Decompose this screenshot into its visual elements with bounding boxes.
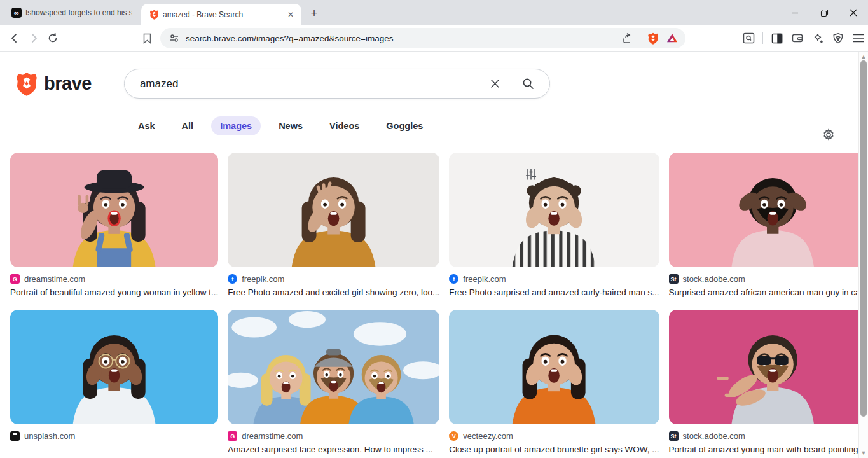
tab-strip: ∞ Ishowspeed forgets to end his stream a… (0, 0, 868, 25)
minimize-button[interactable] (780, 0, 809, 25)
result-title[interactable]: Portrait of beautiful amazed young woman… (10, 288, 218, 298)
result-photo[interactable] (449, 153, 659, 267)
site-name: stock.adobe.com (683, 431, 745, 441)
result-photo[interactable] (10, 310, 218, 424)
filters-icon[interactable] (525, 169, 537, 180)
search-sidebar-icon[interactable] (739, 29, 758, 48)
scrollbar-thumb[interactable] (860, 60, 867, 417)
reload-icon[interactable] (43, 29, 62, 48)
settings-gear-icon[interactable] (822, 128, 835, 141)
result-source[interactable]: f freepik.com (228, 274, 439, 284)
result-title[interactable]: Free Photo surprised and amazed curly-ha… (449, 288, 659, 298)
site-favicon: St (669, 431, 679, 441)
brave-search-logo[interactable]: brave (15, 71, 92, 97)
result-source[interactable]: G dreamstime.com (10, 274, 218, 284)
search-nav-tabs: Ask All Images News Videos Goggles (129, 116, 868, 135)
close-tab-icon[interactable]: ✕ (285, 9, 296, 20)
brave-lion-icon (15, 71, 38, 97)
site-name: stock.adobe.com (683, 274, 745, 284)
result-title[interactable]: Portrait of amazed young man with beard … (669, 445, 868, 455)
image-result-card[interactable]: St stock.adobe.com Surprised amazed afri… (669, 153, 868, 298)
result-photo[interactable] (228, 153, 439, 267)
result-source[interactable]: unsplash.com (10, 431, 218, 441)
site-favicon: f (449, 274, 458, 284)
tab-ask[interactable]: Ask (129, 116, 164, 135)
forward-icon[interactable] (24, 29, 43, 48)
tab-videos[interactable]: Videos (320, 116, 368, 135)
result-title[interactable]: Surprised amazed african american man gu… (669, 288, 868, 298)
search-submit-icon[interactable] (516, 72, 541, 96)
site-name: freepik.com (463, 274, 506, 284)
site-name: unsplash.com (24, 431, 75, 441)
site-name: dreamstime.com (24, 274, 85, 284)
browser-toolbar: search.brave.com/images?q=amazed&source=… (0, 25, 868, 51)
scrollbar[interactable]: ▲ ▼ (858, 52, 868, 458)
restore-button[interactable] (809, 0, 839, 25)
image-result-card[interactable]: f freepik.com Free Photo surprised and a… (449, 153, 659, 298)
toolbar-right-icons (739, 29, 868, 48)
image-result-card[interactable]: G dreamstime.com Portrait of beautiful a… (10, 153, 218, 298)
image-results-grid: G dreamstime.com Portrait of beautiful a… (0, 135, 858, 455)
leo-ai-icon[interactable] (808, 29, 827, 48)
brave-search-page: brave amazed Ask All Images News Videos … (0, 52, 868, 458)
result-title[interactable]: Amazed surprised face expression. How to… (228, 445, 439, 455)
back-icon[interactable] (5, 29, 24, 48)
result-source[interactable]: V vecteezy.com (449, 431, 659, 441)
search-header: brave amazed (0, 52, 868, 99)
infinity-favicon: ∞ (11, 8, 22, 18)
search-query-input[interactable]: amazed (140, 78, 483, 90)
divider (762, 32, 763, 44)
url-bar[interactable]: search.brave.com/images?q=amazed&source=… (160, 28, 685, 48)
site-favicon: G (228, 431, 237, 441)
new-tab-button[interactable]: + (305, 4, 323, 22)
result-photo[interactable] (669, 310, 868, 424)
brave-shield-icon[interactable] (644, 29, 663, 48)
url-text[interactable]: search.brave.com/images?q=amazed&source=… (186, 34, 617, 43)
result-source[interactable]: G dreamstime.com (228, 431, 439, 441)
site-favicon: V (449, 431, 458, 441)
result-source[interactable]: St stock.adobe.com (669, 274, 868, 284)
tab-goggles[interactable]: Goggles (377, 116, 432, 135)
image-result-card[interactable]: V vecteezy.com Close up portrait of amaz… (449, 310, 659, 455)
tab-images[interactable]: Images (211, 116, 261, 135)
tab-news[interactable]: News (270, 116, 312, 135)
brave-favicon (149, 10, 159, 20)
result-title[interactable]: Close up portrait of amazed brunette gir… (449, 445, 659, 455)
result-photo[interactable] (449, 310, 659, 424)
browser-tab-inactive[interactable]: ∞ Ishowspeed forgets to end his stream (0, 2, 141, 24)
divider (640, 32, 640, 44)
image-result-card[interactable]: f freepik.com Free Photo amazed and exci… (228, 153, 439, 298)
result-photo[interactable] (10, 153, 218, 267)
brave-wordmark: brave (44, 73, 92, 94)
site-name: freepik.com (242, 274, 284, 284)
scroll-up-icon[interactable]: ▲ (860, 53, 867, 60)
menu-icon[interactable] (849, 29, 868, 48)
sidebar-toggle-icon[interactable] (768, 29, 787, 48)
site-favicon: G (10, 274, 20, 284)
image-result-card[interactable]: unsplash.com (10, 310, 218, 455)
result-photo[interactable] (228, 310, 439, 424)
brave-rewards-icon[interactable] (663, 29, 682, 48)
search-box[interactable]: amazed (124, 69, 550, 99)
result-photo[interactable] (669, 153, 868, 267)
window-controls (780, 0, 868, 25)
site-favicon: St (669, 274, 679, 284)
vpn-shield-icon[interactable] (829, 29, 848, 48)
tab-all[interactable]: All (173, 116, 203, 135)
image-result-card[interactable]: St stock.adobe.com Portrait of amazed yo… (669, 310, 868, 455)
share-icon[interactable] (617, 29, 637, 48)
bookmark-icon[interactable] (137, 29, 156, 48)
result-title[interactable]: Free Photo amazed and excited girl showi… (228, 288, 439, 298)
wallet-icon[interactable] (788, 29, 807, 48)
site-favicon (10, 431, 20, 441)
result-source[interactable]: f freepik.com (449, 274, 659, 284)
image-result-card[interactable]: G dreamstime.com Amazed surprised face e… (228, 310, 439, 455)
close-window-button[interactable] (839, 0, 868, 25)
browser-tab-active[interactable]: amazed - Brave Search ✕ (141, 4, 301, 25)
scroll-down-icon[interactable]: ▼ (860, 450, 867, 456)
clear-search-icon[interactable] (483, 72, 507, 96)
result-source[interactable]: St stock.adobe.com (669, 431, 868, 441)
site-name: vecteezy.com (463, 431, 513, 441)
site-settings-icon[interactable] (168, 29, 181, 48)
site-name: dreamstime.com (242, 431, 303, 441)
